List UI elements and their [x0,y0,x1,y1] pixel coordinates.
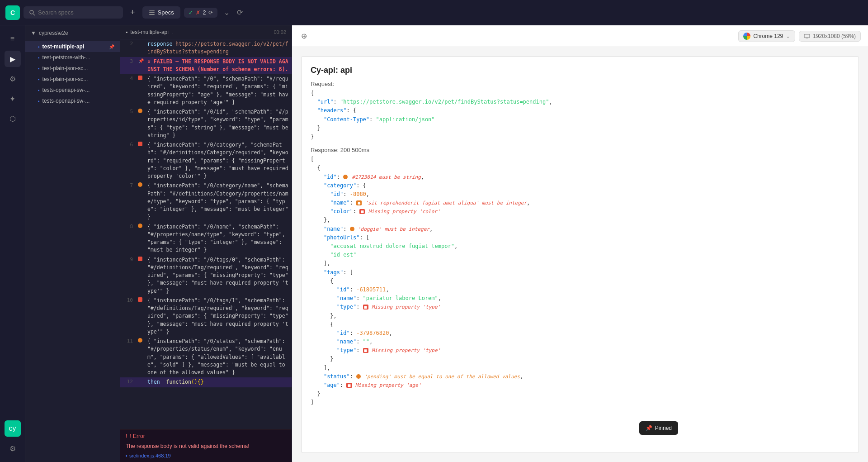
status-row: ✓ ✗ 2 ⟳ [184,8,218,18]
response-label: Response: 200 500ms [311,147,849,153]
svg-rect-3 [149,12,155,13]
error-section: ! ! Error The response body is not valid… [120,429,292,462]
preview-content[interactable]: Cy-api: api Request: { "url": "https://p… [301,56,859,453]
code-line-4: 4 { "instancePath": "/0", "schemaPath": … [120,74,292,107]
line-num-3: 3 [120,57,137,64]
code-timestamp: 00:02 [274,29,286,35]
error-message: The response body is not valid against t… [126,442,286,450]
file-item-tests-openapi-1[interactable]: ▪ tests-openapi-sw-... [25,85,120,95]
file-label-2: test-plain-json-sc... [42,65,88,71]
svg-rect-2 [149,10,155,11]
err-badge-red-10 [138,297,142,302]
error-header: ! ! Error [126,433,286,439]
file-label-4: tests-openapi-sw-... [42,87,90,93]
status-badge-orange-7 [138,182,142,187]
main-layout: ≡ ▶ ⚙ ✦ ⬡ cy ⚙ ▼ cypress\e2e ▪ test-mult… [0,25,868,462]
code-file-name: test-multiple-api [130,29,169,35]
file-item-test-petstore[interactable]: ▪ test-petstore-with-... [25,52,120,63]
status-badge-orange-11 [138,338,142,343]
chrome-icon [743,33,750,40]
file-item-test-plain-1[interactable]: ▪ test-plain-json-sc... [25,63,120,74]
sidebar-list-icon[interactable]: ≡ [5,31,21,47]
line-indicator-11 [137,337,146,343]
line-content-7: { "instancePath": "/0/category/name", "s… [146,181,292,222]
search-input[interactable] [38,9,110,16]
specs-tab[interactable]: Specs [142,6,180,19]
err-badge-red-6 [138,142,142,146]
code-line-10: 10 { "instancePath": "/0/tags/1", "schem… [120,296,292,337]
file-label-0: test-multiple-api [42,43,85,50]
preview-panel: ⊕ Chrome 129 ⌄ 1920x1080 (59%) Cy-api: a… [292,25,868,462]
line-num-5: 5 [120,107,137,114]
error-exclamation: ! [126,433,127,439]
sidebar-settings-icon[interactable]: ⚙ [5,71,21,87]
chevron-icon: ⌄ [786,33,790,39]
file-icon-0: ▪ [38,44,40,49]
sidebar-star-icon[interactable]: ✦ [5,90,21,107]
line-indicator-8 [137,222,146,228]
preview-toolbar: ⊕ Chrome 129 ⌄ 1920x1080 (59%) [292,25,868,47]
line-content-2: response https://petstore.swagger.io/v2/… [146,39,292,57]
top-actions: ⌄ ⟳ [221,6,245,19]
line-indicator-9 [137,255,146,261]
chrome-label: Chrome 129 [753,33,783,39]
monitor-icon [804,34,810,38]
pin-dot-3: 📌 [138,58,144,63]
line-indicator-6 [137,140,146,146]
code-line-2: 2 response https://petstore.swagger.io/v… [120,39,292,57]
request-label: Request: [311,81,849,87]
resolution-label: 1920x1080 (59%) [813,33,856,39]
svg-point-0 [30,10,33,14]
request-code: { "url": "https://petstore.swagger.io/v2… [311,89,849,141]
file-item-test-multiple-api[interactable]: ▪ test-multiple-api 📌 [25,41,120,52]
app-logo[interactable]: C [5,5,20,20]
line-num-9: 9 [120,255,137,262]
line-num-6: 6 [120,140,137,148]
code-line-11: 11 { "instancePath": "/0/status", "schem… [120,337,292,377]
svg-rect-4 [149,14,155,15]
line-indicator-3: 📌 [137,57,146,63]
preview-title: Cy-api: api [311,66,849,75]
specs-icon [149,10,155,16]
error-label: ! Error [130,433,145,439]
sidebar-brand-icon[interactable]: cy [5,420,21,437]
line-indicator-2 [137,39,146,41]
err-badge-red-9 [138,257,142,261]
svg-line-1 [33,14,35,15]
code-panel-header: ▪ test-multiple-api . 00:02 [120,25,292,39]
code-panel-title: ▪ test-multiple-api . [126,29,173,35]
add-spec-button[interactable]: + [127,6,139,19]
line-content-10: { "instancePath": "/0/tags/1", "schemaPa… [146,296,292,337]
code-panel: ▪ test-multiple-api . 00:02 2 response h… [120,25,292,462]
top-bar-left: C + Specs ✓ ✗ 2 ⟳ ⌄ ⟳ [5,5,863,20]
file-icon-4: ▪ [38,88,40,93]
refresh-button[interactable]: ⟳ [234,6,245,19]
target-button[interactable]: ⊕ [299,30,309,42]
file-tree-panel: ▼ cypress\e2e ▪ test-multiple-api 📌 ▪ te… [25,25,120,462]
svg-rect-5 [804,34,810,38]
chevron-down-button[interactable]: ⌄ [221,6,232,19]
line-content-8: { "instancePath": "/0/name", "schemaPath… [146,222,292,255]
line-content-9: { "instancePath": "/0/tags/0", "schemaPa… [146,255,292,296]
specs-tab-label: Specs [158,9,174,16]
code-body[interactable]: 2 response https://petstore.swagger.io/v… [120,39,292,429]
line-indicator-4 [137,74,146,80]
line-content-3: ✗ FAILED – THE RESPONSE BODY IS NOT VALI… [146,57,292,75]
search-icon [29,10,35,16]
file-item-tests-openapi-2[interactable]: ▪ tests-openapi-sw-... [25,95,120,106]
sidebar-plug-icon[interactable]: ⬡ [5,110,21,127]
search-bar[interactable] [24,6,123,19]
response-code: [ { "id": #1723614 must be string, "cate… [311,155,849,407]
file-item-test-plain-2[interactable]: ▪ test-plain-json-sc... [25,74,120,85]
line-content-4: { "instancePath": "/0", "schemaPath": "#… [146,74,292,107]
line-num-7: 7 [120,181,137,188]
line-num-4: 4 [120,74,137,81]
error-link[interactable]: ▪ src/index.js:468:19 [126,453,286,458]
sidebar-config-icon[interactable]: ⚙ [5,440,21,457]
sidebar-run-icon[interactable]: ▶ [5,51,21,67]
error-count: 2 [203,10,206,16]
file-label-5: tests-openapi-sw-... [42,98,90,104]
code-line-8: 8 { "instancePath": "/0/name", "schemaPa… [120,222,292,255]
browser-info[interactable]: Chrome 129 ⌄ [738,30,795,42]
code-line-6: 6 { "instancePath": "/0/category", "sche… [120,140,292,181]
